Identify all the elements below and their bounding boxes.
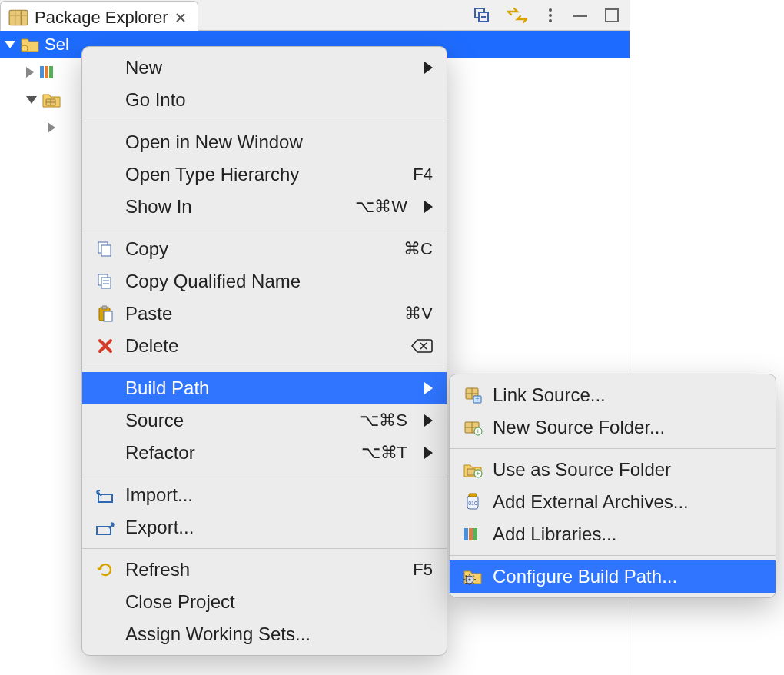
svg-rect-36 — [97, 527, 111, 534]
svg-rect-29 — [102, 306, 107, 309]
tab-title: Package Explorer — [35, 8, 168, 28]
disclosure-icon[interactable] — [5, 41, 15, 48]
menu-shortcut: F5 — [387, 560, 433, 580]
menu-label: Export... — [125, 517, 194, 538]
svg-rect-54 — [469, 528, 473, 540]
menu-item-assign-working-sets[interactable]: Assign Working Sets... — [82, 618, 447, 650]
menu-item-configure-build-path[interactable]: Configure Build Path... — [450, 560, 776, 593]
submenu-arrow-icon — [424, 201, 433, 213]
svg-rect-23 — [101, 245, 111, 256]
delete-key-icon — [411, 337, 433, 355]
svg-rect-18 — [49, 66, 53, 78]
menu-item-delete[interactable]: Delete — [82, 330, 447, 362]
menu-item-add-libraries[interactable]: Add Libraries... — [450, 518, 776, 550]
menu-label: Assign Working Sets... — [125, 623, 311, 645]
svg-point-9 — [549, 8, 552, 12]
svg-rect-55 — [473, 528, 477, 540]
maximize-icon[interactable] — [604, 8, 620, 23]
svg-rect-0 — [9, 10, 28, 25]
menu-label: Import... — [125, 484, 193, 506]
svg-rect-47 — [467, 469, 475, 475]
menu-item-open-new-window[interactable]: Open in New Window — [82, 126, 447, 158]
copy-qualified-icon — [95, 272, 116, 291]
svg-rect-30 — [104, 311, 112, 321]
menu-item-paste[interactable]: Paste ⌘V — [82, 298, 447, 330]
source-folder-icon — [42, 91, 61, 108]
svg-point-10 — [549, 14, 552, 17]
menu-label: Paste — [125, 303, 172, 324]
menu-label: Open in New Window — [125, 131, 303, 153]
menu-item-refactor[interactable]: Refactor ⌥⌘T — [82, 437, 447, 469]
menu-label: Source — [125, 410, 184, 431]
svg-point-11 — [549, 19, 552, 22]
svg-rect-12 — [573, 15, 587, 17]
menu-label: Copy Qualified Name — [125, 271, 301, 292]
menu-shortcut: F4 — [387, 165, 433, 185]
context-menu: New Go Into Open in New Window Open Type… — [81, 46, 447, 656]
svg-text:+: + — [476, 427, 480, 435]
menu-item-refresh[interactable]: Refresh F5 — [82, 554, 447, 586]
svg-text:+: + — [476, 470, 480, 477]
menu-label: Delete — [125, 335, 178, 357]
view-toolbar — [473, 0, 630, 30]
menu-label: New Source Folder... — [493, 417, 665, 438]
submenu-arrow-icon — [424, 62, 433, 74]
disclosure-icon[interactable] — [26, 67, 34, 78]
library-icon — [38, 64, 58, 81]
menu-item-show-in[interactable]: Show In ⌥⌘W — [82, 191, 447, 223]
menu-label: New — [125, 57, 162, 78]
menu-separator — [82, 367, 447, 367]
svg-rect-51 — [469, 494, 477, 497]
submenu-arrow-icon — [424, 447, 433, 459]
menu-label: Close Project — [125, 591, 235, 613]
menu-item-new-source-folder[interactable]: + New Source Folder... — [450, 411, 776, 444]
minimize-icon[interactable] — [572, 9, 589, 22]
menu-label: Use as Source Folder — [493, 459, 671, 480]
menu-separator — [82, 228, 447, 228]
delete-icon — [95, 337, 116, 355]
project-folder-icon: ! — [20, 36, 40, 53]
menu-item-open-type-hierarchy[interactable]: Open Type Hierarchy F4 — [82, 158, 447, 191]
menu-item-build-path[interactable]: Build Path — [82, 372, 447, 404]
project-label: Sel — [45, 35, 69, 55]
svg-rect-17 — [45, 66, 48, 78]
svg-rect-16 — [40, 66, 44, 78]
menu-item-import[interactable]: Import... — [82, 479, 447, 511]
menu-item-use-as-source[interactable]: + Use as Source Folder — [450, 454, 776, 486]
close-icon[interactable] — [174, 12, 187, 24]
use-as-source-icon: + — [462, 461, 483, 479]
submenu-arrow-icon — [424, 414, 433, 427]
menu-item-new[interactable]: New — [82, 52, 447, 84]
menu-label: Go Into — [125, 89, 186, 111]
view-menu-icon[interactable] — [544, 7, 556, 24]
menu-shortcut: ⌥⌘S — [360, 411, 407, 431]
menu-item-source[interactable]: Source ⌥⌘S — [82, 404, 447, 437]
package-explorer-icon — [8, 9, 28, 26]
collapse-all-icon[interactable] — [473, 7, 490, 24]
library-icon — [462, 525, 483, 544]
disclosure-icon[interactable] — [48, 122, 55, 133]
menu-label: Configure Build Path... — [493, 566, 677, 587]
menu-item-link-source[interactable]: + Link Source... — [450, 379, 776, 411]
menu-shortcut: ⌘V — [387, 304, 433, 324]
menu-label: Link Source... — [493, 384, 606, 406]
jar-icon: 010 — [462, 493, 483, 511]
menu-separator — [82, 474, 447, 474]
package-explorer-tab[interactable]: Package Explorer — [0, 1, 198, 31]
menu-item-export[interactable]: Export... — [82, 511, 447, 544]
new-source-folder-icon: + — [462, 418, 483, 437]
build-path-submenu: + Link Source... + New Source Folder... … — [449, 374, 776, 598]
menu-item-copy-qualified[interactable]: Copy Qualified Name — [82, 265, 447, 298]
menu-shortcut: ⌥⌘T — [361, 443, 407, 463]
svg-rect-25 — [101, 278, 111, 288]
menu-item-add-external[interactable]: 010 Add External Archives... — [450, 486, 776, 518]
submenu-arrow-icon — [424, 382, 433, 394]
menu-item-go-into[interactable]: Go Into — [82, 84, 447, 116]
disclosure-icon[interactable] — [26, 96, 37, 104]
menu-item-copy[interactable]: Copy ⌘C — [82, 233, 447, 265]
menu-separator — [450, 555, 776, 556]
link-with-editor-icon[interactable] — [506, 7, 529, 24]
menu-item-close-project[interactable]: Close Project — [82, 586, 447, 618]
view-tab-bar: Package Explorer — [0, 0, 630, 31]
svg-text:010: 010 — [468, 500, 477, 506]
